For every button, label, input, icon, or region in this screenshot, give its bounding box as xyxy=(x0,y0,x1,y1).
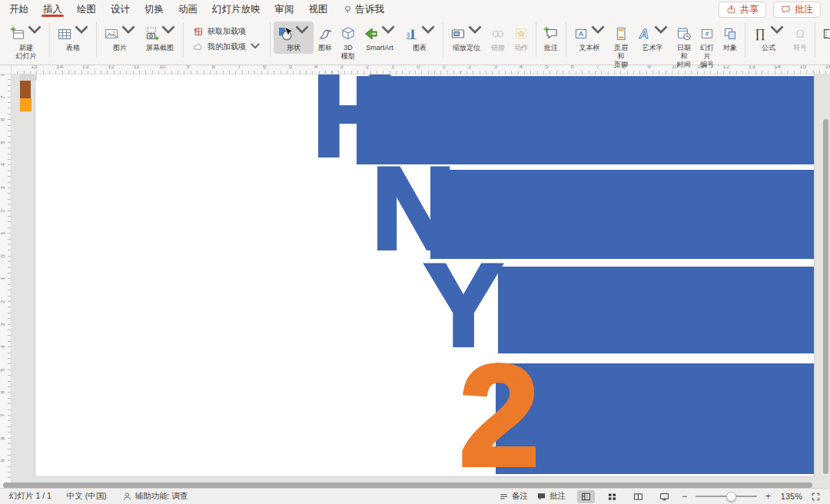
ribbon-button-slide-number[interactable]: #幻灯片 编号 xyxy=(696,22,719,70)
ruler-number: 5 xyxy=(0,141,6,144)
menu-tab-view[interactable]: 视图 xyxy=(309,0,328,18)
ribbon-button-video[interactable]: 视频 xyxy=(818,22,830,54)
ruler-number: 0 xyxy=(0,254,6,257)
accessibility-label: 辅助功能: 调查 xyxy=(135,491,188,502)
share-button-label: 共享 xyxy=(740,3,759,16)
ribbon-button-equation[interactable]: ∏公式 xyxy=(749,22,788,54)
menu-tab-home[interactable]: 开始 xyxy=(9,0,28,18)
reading-view-button[interactable] xyxy=(629,490,647,503)
get-addins-icon xyxy=(193,26,204,37)
corner-decor-brown-shape[interactable] xyxy=(20,81,31,98)
menu-tab-label: 开始 xyxy=(9,3,28,16)
menu-tab-draw[interactable]: 绘图 xyxy=(77,0,96,18)
ribbon-group-divider xyxy=(96,22,97,57)
zoom-out-button[interactable]: − xyxy=(682,491,687,502)
menu-tab-review[interactable]: 审阅 xyxy=(275,0,294,18)
ribbon-button-label: 对象 xyxy=(723,44,737,52)
table-icon xyxy=(57,26,72,41)
ribbon-button-zoom-section[interactable]: 缩放定位 xyxy=(447,22,486,54)
language-indicator[interactable]: 中文 (中国) xyxy=(67,491,107,502)
share-button[interactable]: 共享 xyxy=(719,2,766,18)
ribbon-button-label: 幻灯片 编号 xyxy=(699,44,715,68)
ribbon-button-shapes[interactable]: 形状 xyxy=(274,22,314,54)
ribbon-button-chart[interactable]: 图表 xyxy=(400,22,440,54)
chevron-down-icon xyxy=(121,22,136,41)
horizontal-scrollbar[interactable] xyxy=(3,482,812,488)
slide-counter[interactable]: 幻灯片 1 / 1 xyxy=(9,491,51,502)
ruler-number: 3 xyxy=(0,186,6,189)
ribbon-button-new-slide[interactable]: 新建 幻灯片 xyxy=(6,22,46,62)
slide-number-icon: # xyxy=(699,26,715,41)
reading-view-icon xyxy=(633,492,643,502)
notes-toggle[interactable]: 备注 xyxy=(499,491,528,502)
ribbon-button-3d-model[interactable]: 3D 模型 xyxy=(337,22,360,62)
menu-tab-insert[interactable]: 插入 xyxy=(43,0,62,18)
comments-button[interactable]: 批注 xyxy=(773,2,821,18)
ribbon-button-label: 图标 xyxy=(318,44,332,52)
ribbon-button-label: 链接 xyxy=(491,44,505,52)
ribbon-button-header-footer[interactable]: 页眉和 页脚 xyxy=(609,22,632,70)
ribbon-button-action[interactable]: 动作 xyxy=(510,22,533,54)
ruler-number: 2 xyxy=(0,209,6,212)
vertical-scrollbar[interactable] xyxy=(823,119,828,474)
slide-letter-2[interactable]: 2 xyxy=(460,344,539,476)
zoom-slider[interactable] xyxy=(696,496,757,497)
ribbon-button-label: 图片 xyxy=(113,44,127,52)
ruler-number: 8 xyxy=(0,436,6,439)
zoom-in-button[interactable]: + xyxy=(765,491,771,502)
ribbon-button-get-addins[interactable]: 获取加载项 xyxy=(190,25,264,38)
svg-text:#: # xyxy=(705,30,709,38)
menu-tab-animations[interactable]: 动画 xyxy=(178,0,198,18)
corner-decor-gray-shape[interactable] xyxy=(20,75,37,81)
ribbon-button-label: 我的加载项 xyxy=(208,41,246,52)
slideshow-button[interactable] xyxy=(656,490,673,503)
mouse-cursor xyxy=(284,26,294,38)
ribbon-button-my-addins[interactable]: 我的加载项 xyxy=(190,40,264,53)
ribbon-button-icons[interactable]: 图标 xyxy=(314,22,337,54)
ribbon-button-label: 日期和 时间 xyxy=(676,44,692,68)
icons-bird-icon xyxy=(317,26,333,41)
corner-decor-orange-shape[interactable] xyxy=(20,98,32,111)
accessibility-status[interactable]: 辅助功能: 调查 xyxy=(122,491,188,502)
ribbon-button-comment[interactable]: 批注 xyxy=(540,22,563,54)
ruler-number: 6 xyxy=(0,118,6,121)
action-icon xyxy=(513,26,529,41)
zoom-level[interactable]: 135% xyxy=(779,492,802,501)
ribbon-button-picture[interactable]: 图片 xyxy=(100,22,140,54)
ribbon-button-datetime[interactable]: 日期和 时间 xyxy=(672,22,696,70)
menu-tab-transitions[interactable]: 切换 xyxy=(144,0,164,18)
ribbon-group-divider xyxy=(270,22,271,57)
zoom-slider-thumb[interactable] xyxy=(726,492,736,502)
ruler-number: 1 xyxy=(0,231,6,234)
ribbon-button-symbol[interactable]: Ω符号 xyxy=(788,22,812,54)
link-icon xyxy=(490,26,506,41)
ribbon-button-smartart[interactable]: SmartArt xyxy=(360,22,400,54)
normal-view-button[interactable] xyxy=(577,490,595,503)
ribbon-button-label: 3D 模型 xyxy=(341,44,355,61)
menu-tab-tell-me[interactable]: 告诉我 xyxy=(343,0,385,18)
object-icon xyxy=(722,26,738,41)
ribbon-button-object[interactable]: 对象 xyxy=(719,22,742,54)
ribbon-button-wordart[interactable]: A艺术字 xyxy=(632,22,672,54)
title-bar-shape-2[interactable] xyxy=(430,170,814,259)
comments-button-label: 批注 xyxy=(795,3,813,16)
title-bar-shape-1[interactable] xyxy=(357,76,814,164)
chevron-down-icon xyxy=(27,22,42,41)
ribbon-button-table[interactable]: 表格 xyxy=(53,22,93,54)
menu-tab-design[interactable]: 设计 xyxy=(111,0,130,18)
ribbon-button-textbox[interactable]: A文本框 xyxy=(569,22,609,54)
chevron-down-icon xyxy=(294,22,310,41)
ribbon-button-screenshot[interactable]: 屏幕截图 xyxy=(140,22,180,54)
chevron-down-icon xyxy=(380,22,396,41)
menu-tab-slideshow[interactable]: 幻灯片放映 xyxy=(212,0,261,18)
ribbon-button-link[interactable]: 链接 xyxy=(486,22,510,54)
title-bar-shape-4[interactable] xyxy=(496,363,814,474)
slide-canvas[interactable]: HNY2 xyxy=(35,74,814,476)
slide-sorter-view-button[interactable] xyxy=(603,490,621,503)
ribbon-group-divider xyxy=(566,22,566,57)
title-bar-shape-3[interactable] xyxy=(498,267,814,353)
wordart-icon: A xyxy=(636,26,652,41)
comments-toggle[interactable]: 批注 xyxy=(536,491,566,502)
ribbon-button-label: 符号 xyxy=(793,44,807,52)
fit-slide-button[interactable] xyxy=(811,492,821,502)
